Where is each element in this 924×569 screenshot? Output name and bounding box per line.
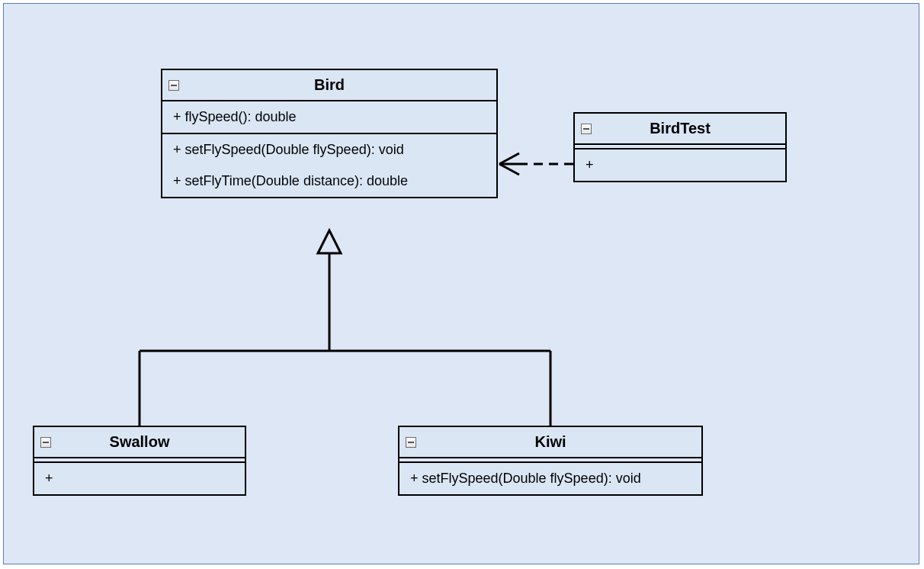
dependency-arrowhead [499, 153, 519, 175]
class-kiwi[interactable]: Kiwi + setFlySpeed(Double flySpeed): voi… [398, 426, 703, 496]
class-kiwi-header: Kiwi [399, 427, 701, 458]
class-bird-attributes: + flySpeed(): double [162, 101, 496, 134]
class-bird-name: Bird [314, 76, 345, 93]
class-swallow-header: Swallow [34, 427, 245, 458]
class-birdtest-name: BirdTest [650, 120, 711, 137]
method-row: + [575, 149, 785, 181]
collapse-icon[interactable] [581, 124, 592, 134]
collapse-icon[interactable] [40, 437, 51, 448]
method-row: + setFlySpeed(Double flySpeed): void [399, 463, 701, 494]
class-swallow[interactable]: Swallow + [33, 426, 246, 496]
collapse-icon[interactable] [406, 437, 416, 448]
generalization-arrowhead [318, 230, 341, 253]
collapse-icon[interactable] [168, 80, 179, 91]
svg-marker-0 [318, 230, 341, 253]
class-bird-methods: + setFlySpeed(Double flySpeed): void + s… [162, 134, 496, 197]
class-birdtest-header: BirdTest [575, 114, 785, 145]
class-bird-header: Bird [162, 70, 496, 101]
class-kiwi-name: Kiwi [534, 433, 566, 450]
class-swallow-methods: + [34, 463, 245, 494]
attribute-row: + flySpeed(): double [162, 101, 496, 133]
diagram-canvas: Bird + flySpeed(): double + setFlySpeed(… [3, 3, 919, 564]
method-row: + setFlySpeed(Double flySpeed): void [162, 134, 496, 166]
class-birdtest[interactable]: BirdTest + [573, 112, 787, 182]
class-kiwi-methods: + setFlySpeed(Double flySpeed): void [399, 463, 701, 494]
svg-line-2 [499, 153, 519, 164]
class-bird[interactable]: Bird + flySpeed(): double + setFlySpeed(… [161, 69, 498, 198]
class-swallow-name: Swallow [110, 433, 170, 450]
svg-line-3 [499, 164, 519, 175]
method-row: + setFlyTime(Double distance): double [162, 166, 496, 197]
class-birdtest-methods: + [575, 149, 785, 181]
method-row: + [34, 463, 245, 494]
